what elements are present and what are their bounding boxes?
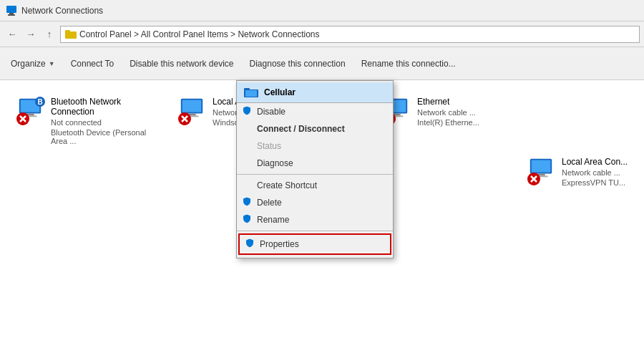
context-menu-item-create-shortcut[interactable]: Create Shortcut	[237, 177, 393, 194]
net-detail-1: Network cable ...	[562, 168, 628, 177]
address-path: Control Panel > All Control Panel Items …	[79, 29, 320, 39]
svg-rect-3	[65, 32, 77, 39]
net-info: Ethernet Network cable ... Intel(R) Ethe…	[417, 97, 479, 127]
lan2-icon-wrap	[527, 157, 556, 185]
lan-icon-wrap	[178, 97, 207, 125]
shield-icon	[243, 198, 251, 208]
net-name: Local Area Con...	[562, 157, 628, 167]
address-input[interactable]: Control Panel > All Control Panel Items …	[60, 26, 640, 43]
content-area: B Bluetooth Network Connection Not conne…	[0, 80, 644, 358]
net-detail-2: ExpressVPN TU...	[562, 178, 628, 187]
bluetooth-icon-wrap: B	[16, 97, 45, 125]
context-menu-item-diagnose[interactable]: Diagnose	[237, 155, 393, 172]
context-menu-item-rename[interactable]: Rename	[237, 211, 393, 228]
net-detail-2: Intel(R) Etherne...	[417, 118, 479, 127]
list-item[interactable]: Local Area Con... Network cable ... Expr…	[522, 152, 644, 192]
net-detail-2: Bluetooth Device (Personal Area ...	[51, 128, 157, 145]
diagnose-label: Diagnose	[257, 158, 293, 168]
error-x-icon	[16, 112, 29, 125]
connect-label: Connect / Disconnect	[257, 124, 345, 134]
network-connections-icon	[6, 5, 17, 16]
create-shortcut-label: Create Shortcut	[257, 180, 317, 190]
rename-button[interactable]: Rename this connectio...	[353, 50, 464, 77]
net-name: Ethernet	[417, 97, 479, 107]
properties-label: Properties	[260, 239, 299, 249]
address-bar: ← → ↑ Control Panel > All Control Panel …	[0, 21, 644, 47]
svg-text:B: B	[37, 98, 42, 106]
bluetooth-badge-icon: B	[35, 97, 45, 107]
disable-label: Disable	[257, 107, 286, 117]
net-info: Bluetooth Network Connection Not connect…	[51, 97, 157, 145]
error-x-icon	[178, 112, 191, 125]
context-menu: Cellular Disable Connect / Disconnect St…	[236, 80, 394, 258]
svg-rect-1	[9, 13, 14, 14]
net-info: Local Area Con... Network cable ... Expr…	[562, 157, 628, 187]
rename-label: Rename	[257, 215, 289, 225]
context-header-label: Cellular	[264, 87, 296, 97]
error-x-icon	[527, 173, 540, 185]
context-menu-item-properties[interactable]: Properties	[240, 235, 390, 253]
diagnose-button[interactable]: Diagnose this connection	[242, 50, 353, 77]
back-button[interactable]: ←	[4, 26, 20, 42]
organize-button[interactable]: Organize ▼	[3, 50, 63, 77]
svg-rect-36	[244, 88, 250, 90]
up-button[interactable]: ↑	[42, 26, 57, 42]
properties-highlight-box: Properties	[238, 233, 391, 255]
net-detail-1: Not connected	[51, 118, 157, 127]
svg-rect-15	[182, 100, 202, 112]
organize-arrow: ▼	[49, 60, 55, 67]
status-label: Status	[257, 141, 281, 151]
svg-rect-0	[6, 6, 16, 13]
forward-button[interactable]: →	[23, 26, 39, 42]
connect-to-button[interactable]: Connect To	[63, 50, 122, 77]
context-menu-item-connect[interactable]: Connect / Disconnect	[237, 120, 393, 137]
separator-2	[237, 231, 393, 231]
svg-rect-37	[245, 90, 257, 97]
delete-label: Delete	[257, 198, 282, 208]
disable-network-button[interactable]: Disable this network device	[122, 50, 241, 77]
net-detail-1: Network cable ...	[417, 108, 479, 117]
context-menu-item-disable[interactable]: Disable	[237, 103, 393, 120]
context-menu-item-delete[interactable]: Delete	[237, 194, 393, 211]
list-item[interactable]: B Bluetooth Network Connection Not conne…	[11, 92, 162, 150]
net-name: Bluetooth Network Connection	[51, 97, 157, 117]
context-menu-item-status: Status	[237, 137, 393, 155]
separator-1	[237, 174, 393, 175]
context-folder-icon	[244, 87, 258, 98]
context-menu-header: Cellular	[237, 82, 393, 103]
title-bar: Network Connections	[0, 0, 644, 21]
svg-rect-4	[65, 30, 70, 32]
shield-icon	[243, 215, 251, 226]
toolbar: Organize ▼ Connect To Disable this netwo…	[0, 47, 644, 80]
shield-icon	[243, 107, 251, 117]
shield-icon	[245, 239, 254, 250]
list-item[interactable]: Ethernet Network cable ... Intel(R) Ethe…	[378, 92, 528, 150]
title-bar-text: Network Connections	[21, 6, 103, 16]
svg-rect-2	[8, 14, 15, 16]
folder-icon	[65, 29, 77, 39]
svg-rect-29	[532, 160, 551, 173]
